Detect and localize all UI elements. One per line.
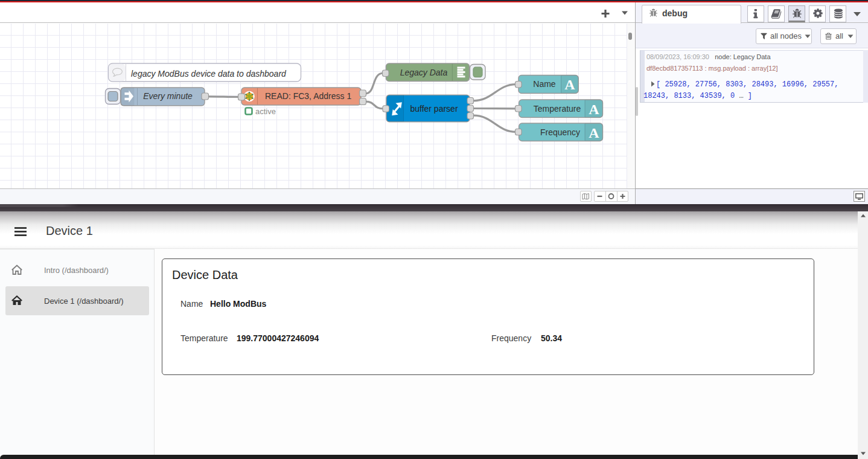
svg-text:A: A: [564, 77, 575, 92]
svg-text:Temperature: Temperature: [534, 104, 581, 114]
svg-text:Name: Name: [533, 79, 556, 89]
svg-text:buffer parser: buffer parser: [410, 104, 458, 114]
svg-text:Every minute: Every minute: [143, 91, 193, 101]
svg-text:READ: FC3, Address 1: READ: FC3, Address 1: [265, 91, 351, 101]
svg-text:legacy ModBus device data to d: legacy ModBus device data to dashboard: [131, 69, 287, 79]
svg-text:A: A: [589, 101, 599, 117]
svg-text:Frequency: Frequency: [540, 127, 580, 137]
svg-text:Legacy Data: Legacy Data: [400, 68, 448, 77]
svg-text:A: A: [589, 125, 599, 141]
svg-text:active: active: [255, 107, 276, 116]
